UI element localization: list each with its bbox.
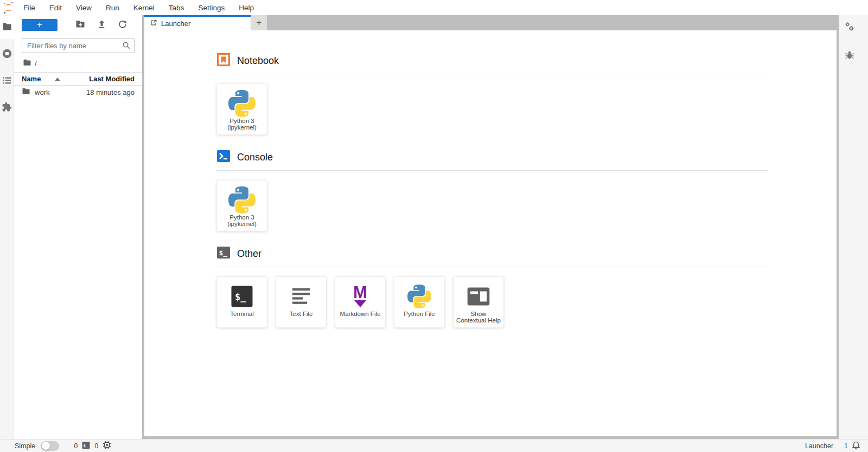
section-title: Other bbox=[237, 248, 261, 260]
new-folder-button[interactable] bbox=[74, 19, 86, 31]
launcher-card-notebook-python3[interactable]: Python 3 (ipykernel) bbox=[216, 83, 267, 135]
sidebar-tab-table-of-contents[interactable] bbox=[0, 69, 14, 94]
svg-text:$_: $_ bbox=[84, 443, 89, 448]
section-title: Console bbox=[237, 152, 273, 163]
svg-text:$_: $_ bbox=[235, 292, 246, 302]
sidebar-tab-extensions[interactable] bbox=[0, 95, 14, 120]
launcher-icon bbox=[150, 19, 157, 28]
python-icon bbox=[407, 277, 431, 311]
new-folder-icon bbox=[75, 20, 85, 30]
kernels-terminals-status[interactable]: 0 $_ 0 bbox=[74, 441, 111, 451]
card-label: Terminal bbox=[230, 311, 253, 317]
notifications-button[interactable] bbox=[852, 441, 860, 451]
current-activity-label[interactable]: Launcher bbox=[805, 442, 833, 450]
kernels-count: 0 bbox=[94, 442, 98, 450]
menu-file[interactable]: File bbox=[16, 1, 42, 15]
column-header-last-modified[interactable]: Last Modified bbox=[89, 75, 135, 83]
filter-files-input[interactable] bbox=[22, 38, 135, 53]
card-label: Text File bbox=[290, 311, 313, 317]
filter-files-container bbox=[22, 38, 135, 53]
notifications-count: 1 bbox=[844, 442, 848, 450]
simple-mode-label: Simple bbox=[15, 442, 35, 450]
breadcrumb-root[interactable]: / bbox=[35, 60, 37, 68]
section-divider bbox=[216, 170, 768, 171]
refresh-button[interactable] bbox=[117, 19, 128, 31]
bug-icon bbox=[845, 52, 854, 61]
upload-button[interactable] bbox=[96, 18, 107, 31]
terminal-icon: $_ bbox=[231, 277, 253, 311]
simple-mode-toggle[interactable] bbox=[41, 441, 59, 451]
section-divider bbox=[216, 74, 768, 74]
notebook-icon bbox=[216, 53, 231, 69]
search-icon bbox=[122, 41, 131, 52]
card-label: Show Contextual Help bbox=[456, 311, 501, 324]
svg-text:$_: $_ bbox=[219, 249, 228, 257]
python-icon bbox=[228, 180, 256, 214]
kernel-chip-icon bbox=[103, 441, 111, 451]
launcher-section-console: Console Python 3 (ipykernel) bbox=[216, 149, 768, 231]
menu-help[interactable]: Help bbox=[232, 1, 261, 15]
gears-icon bbox=[845, 24, 854, 33]
contextual-help-icon bbox=[467, 277, 490, 311]
card-label: Python 3 (ipykernel) bbox=[227, 214, 257, 228]
folder-icon bbox=[22, 88, 30, 96]
breadcrumb-home-folder-icon[interactable] bbox=[23, 59, 31, 68]
breadcrumb: / bbox=[14, 53, 142, 72]
dock-panel: Launcher + Notebook bbox=[142, 15, 839, 439]
launcher-card-console-python3[interactable]: Python 3 (ipykernel) bbox=[216, 180, 267, 231]
tab-launcher[interactable]: Launcher bbox=[144, 15, 251, 30]
new-tab-button[interactable]: + bbox=[251, 15, 267, 30]
terminal-icon: $_ bbox=[82, 441, 90, 451]
markdown-icon: M bbox=[353, 277, 367, 311]
jupyter-logo-icon bbox=[0, 2, 16, 14]
menu-kernel[interactable]: Kernel bbox=[126, 1, 162, 15]
text-file-icon bbox=[290, 277, 312, 311]
file-last-modified: 18 minutes ago bbox=[86, 88, 135, 96]
bell-icon bbox=[852, 441, 860, 451]
launcher-card-python-file[interactable]: Python File bbox=[394, 276, 445, 328]
sidebar-tab-running[interactable] bbox=[0, 42, 14, 67]
menu-edit[interactable]: Edit bbox=[42, 1, 69, 15]
launcher-section-other: $_ Other $_ bbox=[216, 246, 768, 328]
python-icon bbox=[228, 84, 256, 118]
console-icon bbox=[216, 149, 231, 165]
puzzle-icon bbox=[2, 102, 12, 114]
sidebar-tab-file-browser[interactable] bbox=[0, 15, 14, 40]
menu-run[interactable]: Run bbox=[99, 1, 126, 15]
file-browser-toolbar: + bbox=[14, 15, 142, 34]
launcher-card-terminal[interactable]: $_ Terminal bbox=[216, 276, 267, 328]
main-area: + bbox=[0, 15, 868, 439]
sort-ascending-icon bbox=[55, 78, 60, 81]
menu-tabs[interactable]: Tabs bbox=[162, 1, 192, 15]
launcher-card-markdown-file[interactable]: M Markdown File bbox=[335, 276, 386, 328]
menu-settings[interactable]: Settings bbox=[191, 1, 232, 15]
column-header-name[interactable]: Name bbox=[22, 75, 60, 83]
refresh-icon bbox=[118, 20, 127, 30]
sidebar-tab-debugger[interactable] bbox=[845, 50, 854, 62]
file-list-header: Name Last Modified bbox=[14, 72, 142, 86]
toggle-knob bbox=[42, 442, 50, 450]
new-launcher-button[interactable]: + bbox=[22, 19, 58, 31]
terminal-icon: $_ bbox=[216, 246, 231, 262]
tab-label: Launcher bbox=[161, 20, 190, 28]
launcher-card-show-contextual-help[interactable]: Show Contextual Help bbox=[453, 276, 504, 328]
running-kernels-icon bbox=[2, 49, 12, 61]
sidebar-tab-property-inspector[interactable] bbox=[845, 22, 854, 34]
launcher-section-notebook: Notebook Python 3 (ipykernel) bbox=[216, 53, 768, 135]
right-activity-bar bbox=[839, 15, 868, 439]
card-label: Python File bbox=[404, 311, 435, 317]
launcher-card-text-file[interactable]: Text File bbox=[276, 276, 327, 328]
card-label: Markdown File bbox=[340, 311, 381, 317]
launcher-body: Notebook Python 3 (ipykernel) bbox=[144, 30, 837, 436]
status-bar: Simple 0 $_ 0 bbox=[0, 439, 868, 452]
file-row-work[interactable]: work 18 minutes ago bbox=[14, 86, 142, 99]
file-name: work bbox=[35, 88, 49, 96]
left-activity-bar bbox=[0, 15, 14, 439]
menu-bar: File Edit View Run Kernel Tabs Settings … bbox=[0, 0, 868, 15]
tab-bar: Launcher + bbox=[144, 15, 837, 30]
list-icon bbox=[2, 76, 11, 87]
section-title: Notebook bbox=[237, 55, 279, 67]
card-label: Python 3 (ipykernel) bbox=[227, 118, 257, 131]
menu-view[interactable]: View bbox=[69, 1, 99, 15]
terminals-count: 0 bbox=[74, 442, 78, 450]
